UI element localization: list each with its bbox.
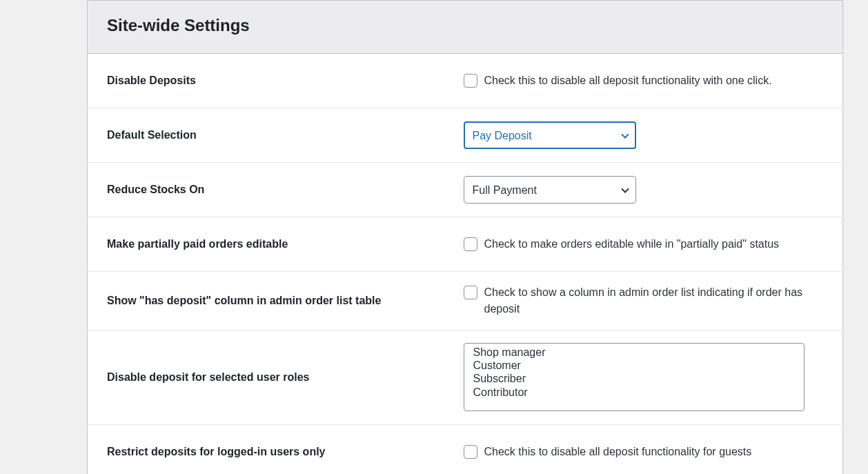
row-default-selection: Default Selection Pay Deposit xyxy=(88,108,843,163)
checkbox-restrict-logged-in[interactable] xyxy=(464,445,477,459)
label-partially-paid-editable: Make partially paid orders editable xyxy=(88,217,464,272)
select-default-selection[interactable]: Pay Deposit xyxy=(464,121,636,149)
row-disable-deposits: Disable Deposits Check this to disable a… xyxy=(88,54,843,108)
row-has-deposit-column: Show "has deposit" column in admin order… xyxy=(88,272,843,330)
checkbox-wrap-partially-paid[interactable]: Check to make orders editable while in "… xyxy=(464,236,824,253)
settings-page: Site-wide Settings Disable Deposits Chec… xyxy=(0,0,868,474)
desc-disable-deposits: Check this to disable all deposit functi… xyxy=(484,72,772,89)
label-disable-deposits: Disable Deposits xyxy=(88,54,464,108)
select-wrap-reduce-stocks: Full Payment xyxy=(464,176,636,204)
desc-restrict-logged-in: Check this to disable all deposit functi… xyxy=(484,444,752,460)
desc-partially-paid: Check to make orders editable while in "… xyxy=(484,236,780,253)
select-reduce-stocks[interactable]: Full Payment xyxy=(464,176,636,204)
label-restrict-logged-in: Restrict deposits for logged-in users on… xyxy=(88,425,464,475)
option-shop-manager[interactable]: Shop manager xyxy=(464,346,804,359)
row-disable-roles: Disable deposit for selected user roles … xyxy=(88,330,843,425)
row-reduce-stocks: Reduce Stocks On Full Payment xyxy=(88,163,843,217)
checkbox-disable-deposits[interactable] xyxy=(464,74,477,88)
label-has-deposit-column: Show "has deposit" column in admin order… xyxy=(88,272,464,330)
settings-table: Disable Deposits Check this to disable a… xyxy=(87,53,843,474)
checkbox-wrap-has-deposit[interactable]: Check to show a column in admin order li… xyxy=(464,284,824,317)
option-contributor[interactable]: Contributor xyxy=(464,386,804,399)
desc-has-deposit: Check to show a column in admin order li… xyxy=(484,284,824,317)
option-customer[interactable]: Customer xyxy=(464,359,804,373)
label-disable-roles: Disable deposit for selected user roles xyxy=(88,330,464,425)
checkbox-partially-paid[interactable] xyxy=(464,237,477,251)
label-default-selection: Default Selection xyxy=(88,108,464,163)
label-reduce-stocks: Reduce Stocks On xyxy=(88,163,464,217)
section-title: Site-wide Settings xyxy=(107,16,823,35)
row-restrict-logged-in: Restrict deposits for logged-in users on… xyxy=(88,425,843,475)
row-partially-paid-editable: Make partially paid orders editable Chec… xyxy=(88,217,843,272)
checkbox-has-deposit[interactable] xyxy=(464,286,477,299)
select-wrap-default-selection: Pay Deposit xyxy=(464,121,636,149)
multiselect-disable-roles[interactable]: Shop manager Customer Subscriber Contrib… xyxy=(464,343,805,411)
option-subscriber[interactable]: Subscriber xyxy=(464,373,804,386)
section-header: Site-wide Settings xyxy=(87,0,843,53)
checkbox-wrap-disable-deposits[interactable]: Check this to disable all deposit functi… xyxy=(464,72,824,89)
checkbox-wrap-restrict-logged-in[interactable]: Check this to disable all deposit functi… xyxy=(464,444,824,460)
